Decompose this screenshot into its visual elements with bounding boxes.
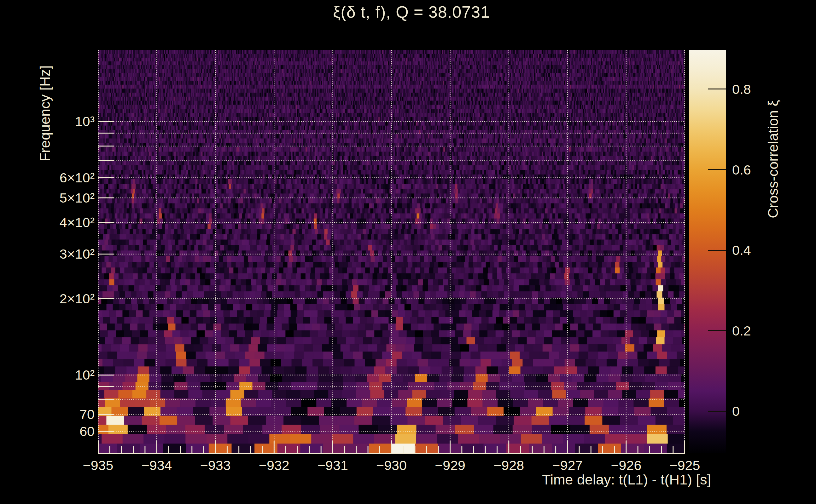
page-title: ξ(δ t, f), Q = 38.0731: [96, 3, 727, 21]
colorbar-title: Cross-correlation ξ: [765, 100, 781, 218]
colorbar-tick-mark: [708, 250, 726, 251]
y-tick-label: 4×10²: [17, 213, 95, 232]
y-tick-label: 70: [17, 405, 95, 424]
qscan-figure-page: { "figure": { "background_color": "#0000…: [0, 0, 816, 504]
colorbar-tick-label: 0.4: [732, 241, 795, 260]
colorbar-tick-label: 0.8: [732, 80, 795, 99]
y-tick-label: 3×10²: [17, 244, 95, 263]
colorbar: [689, 50, 726, 453]
colorbar-tick-mark: [708, 169, 726, 170]
x-axis-title: Time delay: t(L1) - t(H1) [s]: [394, 472, 711, 488]
colorbar-tick-mark: [708, 330, 726, 331]
y-tick-label: 2×10²: [17, 289, 95, 308]
colorbar-tick-label: 0.6: [732, 160, 795, 179]
heatmap-canvas: [98, 50, 685, 454]
colorbar-tick-label: 0.2: [732, 321, 795, 340]
y-tick-label: 5×10²: [17, 188, 95, 207]
colorbar-tick-mark: [708, 89, 726, 89]
y-tick-label: 10²: [17, 365, 95, 384]
colorbar-tick-mark: [708, 411, 726, 412]
y-tick-label: 60: [17, 422, 95, 441]
heatmap-plot: [98, 50, 685, 454]
colorbar-tick-label: 0: [732, 402, 795, 421]
y-tick-label: 10³: [17, 112, 95, 131]
y-tick-label: 6×10²: [17, 168, 95, 187]
